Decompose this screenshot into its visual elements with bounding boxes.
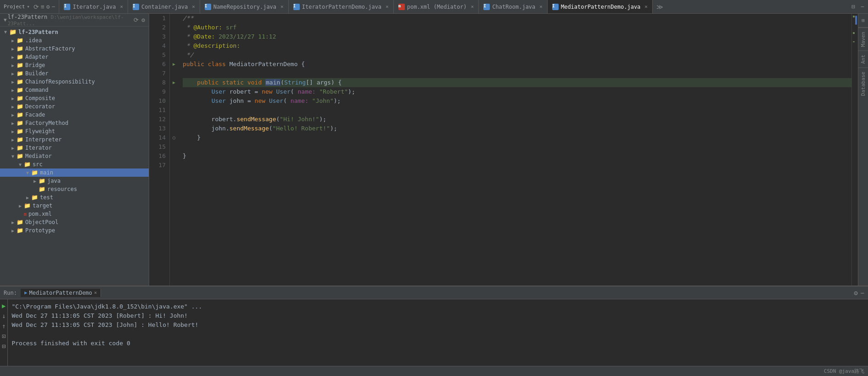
fold-4: [170, 41, 178, 51]
fold-11: [170, 106, 178, 115]
line-num-11: 11: [149, 106, 166, 115]
interpreter-label: Interpreter: [25, 136, 62, 143]
sidebar-item-flyweight[interactable]: ▶ 📁 Flyweight: [0, 127, 149, 135]
fold-6[interactable]: ▶: [170, 60, 178, 69]
tab-iteratordemo[interactable]: I IteratorPatternDemo.java ×: [289, 0, 394, 13]
run-tab-close[interactable]: ×: [94, 290, 97, 296]
sidebar-item-src[interactable]: ▼ 📁 src: [0, 160, 149, 168]
sidebar-item-bridge[interactable]: ▶ 📁 Bridge: [0, 61, 149, 69]
src-arrow: ▼: [17, 162, 24, 167]
sidebar-item-main[interactable]: ▼ 📁 main: [0, 168, 149, 177]
sidebar-item-factorymethod[interactable]: ▶ 📁 FactoryMethod: [0, 119, 149, 127]
sidebar-item-objectpool[interactable]: ▶ 📁 ObjectPool: [0, 218, 149, 226]
run-scroll-up-button[interactable]: ↑: [2, 322, 6, 330]
sidebar-item-composite[interactable]: ▶ 📁 Composite: [0, 94, 149, 102]
far-right-tab-ant[interactable]: Ant: [858, 51, 868, 67]
tab-close-iterator[interactable]: ×: [120, 4, 123, 10]
sidebar-item-pomxml[interactable]: m pom.xml: [0, 210, 149, 218]
close-panel-icon: −: [52, 3, 56, 10]
tab-icon-chatroom: I: [483, 4, 490, 10]
bookmark-icon[interactable]: ⊟: [850, 2, 857, 11]
iterator-label: Iterator: [25, 145, 52, 151]
sidebar-item-interpreter[interactable]: ▶ 📁 Interpreter: [0, 135, 149, 144]
more-tabs-icon[interactable]: ≫: [653, 3, 667, 11]
line-num-17: 17: [149, 161, 166, 170]
sidebar-item-iterator[interactable]: ▶ 📁 Iterator: [0, 144, 149, 152]
tab-container[interactable]: I Container.java ×: [128, 0, 200, 13]
flyweight-folder-icon: 📁: [17, 128, 23, 135]
sidebar-item-builder[interactable]: ▶ 📁 Builder: [0, 69, 149, 78]
mediator-folder-icon: 📁: [17, 153, 23, 159]
chain-folder-icon: 📁: [17, 79, 23, 85]
pomxml-label: pom.xml: [28, 211, 52, 217]
tab-close-pomxml[interactable]: ×: [471, 4, 474, 10]
decorator-folder-icon: 📁: [17, 103, 23, 110]
tab-close-mediatordemo[interactable]: ×: [644, 4, 648, 10]
tab-pomxml[interactable]: m pom.xml (Mediator) ×: [394, 0, 479, 13]
tab-icon-mediatordemo: I: [552, 4, 559, 10]
sidebar-item-idea[interactable]: ▶ 📁 .idea: [0, 36, 149, 45]
run-wrap-button[interactable]: ⊡: [2, 332, 6, 340]
builder-label: Builder: [25, 70, 49, 77]
flyweight-arrow: ▶: [9, 129, 17, 134]
tab-chatroom[interactable]: I ChatRoom.java ×: [479, 0, 548, 13]
project-header[interactable]: Project ▾ ⟳ ≡ ⚙ −: [0, 0, 59, 13]
line-numbers: 1 2 3 4 5 6 7 8 9 10 11 12 13 14 15 16 1…: [149, 14, 170, 286]
sidebar-title: lf-23Pattern D:\wenjian\workspace\lf-23P…: [8, 14, 134, 27]
sidebar-item-test[interactable]: ▶ 📁 test: [0, 193, 149, 202]
project-tree: ▼ 📁 lf-23Pattern ▶ 📁 .idea ▶ 📁 AbstractF…: [0, 27, 149, 286]
java-arrow: ▶: [31, 179, 39, 184]
fold-16: [170, 152, 178, 161]
sidebar-item-resources[interactable]: 📁 resources: [0, 185, 149, 193]
run-filter-button[interactable]: ⊟: [2, 342, 6, 350]
collapse-icon: ≡: [41, 3, 45, 10]
tab-namerepository[interactable]: I NameRepository.java ×: [200, 0, 289, 13]
run-panel-settings-icon[interactable]: ⚙: [854, 289, 857, 297]
sidebar-item-decorator[interactable]: ▶ 📁 Decorator: [0, 102, 149, 111]
header-gear-icon[interactable]: ⚙: [141, 17, 145, 23]
tab-mediatordemo[interactable]: I MediatorPatternDemo.java ×: [548, 0, 653, 13]
run-panel-close-icon[interactable]: −: [861, 289, 864, 297]
sidebar-item-adapter[interactable]: ▶ 📁 Adapter: [0, 53, 149, 61]
pin-icon[interactable]: −: [859, 2, 866, 11]
fold-8[interactable]: ▶: [170, 78, 178, 87]
sidebar-item-facade[interactable]: ▶ 📁 Facade: [0, 111, 149, 119]
tab-label-iterator: Iterator.java: [73, 4, 116, 10]
project-root-name: lf-23Pattern: [8, 14, 48, 20]
run-scroll-down-button[interactable]: ↓: [2, 312, 6, 320]
far-right-panel: ⊞ Maven Ant Database: [858, 14, 868, 286]
line-num-3: 3: [149, 32, 166, 41]
sidebar-item-command[interactable]: ▶ 📁 Command: [0, 86, 149, 94]
sidebar-item-java[interactable]: ▶ 📁 java: [0, 177, 149, 185]
tree-root[interactable]: ▼ 📁 lf-23Pattern: [0, 28, 149, 36]
bottom-bar: CSDN @java路飞: [0, 366, 868, 376]
far-right-tab-maven[interactable]: Maven: [858, 28, 868, 51]
tab-close-chatroom[interactable]: ×: [539, 4, 543, 10]
sidebar-item-abstractfactory[interactable]: ▶ 📁 AbstractFactory: [0, 45, 149, 53]
tab-close-container[interactable]: ×: [192, 4, 195, 10]
tab-bar: Project ▾ ⟳ ≡ ⚙ − I Iterator.java × I Co…: [0, 0, 868, 14]
sidebar-item-target[interactable]: ▶ 📁 target: [0, 202, 149, 210]
run-content: ▶ ↓ ↑ ⊡ ⊟ "C:\Program Files\Java\jdk1.8.…: [0, 299, 868, 366]
tab-close-iteratordemo[interactable]: ×: [386, 4, 389, 10]
run-tab-mediatordemo[interactable]: ▶ MediatorPatternDemo ×: [21, 289, 101, 297]
sidebar-item-prototype[interactable]: ▶ 📁 Prototype: [0, 226, 149, 235]
code-line-1: /**: [183, 14, 851, 23]
objectpool-folder-icon: 📁: [17, 219, 23, 225]
project-sidebar: ▼ lf-23Pattern D:\wenjian\workspace\lf-2…: [0, 14, 149, 286]
sidebar-item-chain[interactable]: ▶ 📁 ChainofResponsibility: [0, 78, 149, 86]
prototype-label: Prototype: [25, 227, 55, 234]
facade-arrow: ▶: [9, 112, 17, 118]
sidebar-item-mediator[interactable]: ▼ 📁 Mediator: [0, 152, 149, 160]
run-play-button[interactable]: ▶: [2, 302, 6, 309]
code-view[interactable]: 1 2 3 4 5 6 7 8 9 10 11 12 13 14 15 16 1…: [149, 14, 858, 286]
header-sync-icon[interactable]: ⟳: [134, 17, 139, 23]
far-right-tab-database[interactable]: Database: [858, 67, 868, 100]
fold-10: [170, 96, 178, 106]
adapter-label: Adapter: [25, 54, 49, 60]
tab-close-namerepository[interactable]: ×: [280, 4, 284, 10]
scroll-gutter: [851, 14, 858, 286]
tab-iterator[interactable]: I Iterator.java ×: [59, 0, 128, 13]
code-line-10: User john = new User( name: "John");: [183, 96, 851, 106]
tab-icon-iteratordemo: I: [293, 4, 300, 10]
